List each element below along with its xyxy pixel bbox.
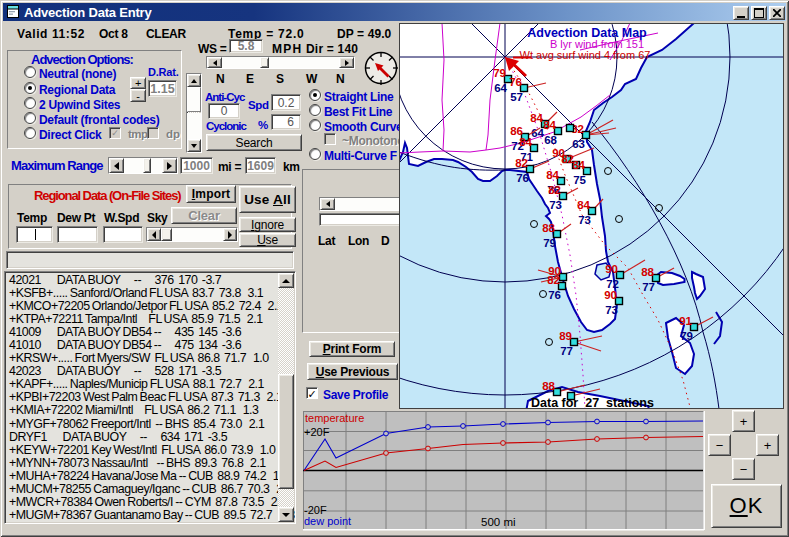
svg-text:76: 76: [548, 289, 561, 301]
svg-text:84: 84: [530, 112, 543, 124]
svg-text:84: 84: [543, 119, 556, 131]
svg-text:76: 76: [509, 76, 522, 88]
svg-text:82: 82: [515, 157, 528, 169]
svg-text:88: 88: [542, 380, 555, 392]
svg-text:Data for 27 stations: Data for 27 stations: [531, 396, 654, 409]
svg-text:88: 88: [542, 222, 555, 234]
svg-text:84: 84: [577, 199, 590, 211]
svg-text:77: 77: [560, 345, 573, 357]
svg-text:79: 79: [680, 330, 693, 342]
svg-text:63: 63: [572, 138, 585, 150]
svg-text:90: 90: [605, 263, 618, 275]
svg-text:temperature: temperature: [305, 412, 364, 424]
svg-text:dew point: dew point: [304, 515, 351, 527]
svg-text:64: 64: [494, 82, 507, 94]
svg-text:73: 73: [605, 304, 618, 316]
svg-text:68: 68: [544, 134, 557, 146]
svg-text:77: 77: [642, 281, 655, 293]
svg-text:+20F: +20F: [304, 426, 330, 438]
svg-text:84: 84: [519, 136, 532, 148]
svg-text:75: 75: [573, 174, 586, 186]
svg-text:-20F: -20F: [304, 504, 327, 516]
svg-text:84: 84: [572, 159, 585, 171]
svg-text:88: 88: [641, 266, 654, 278]
svg-text:79: 79: [493, 67, 506, 79]
svg-text:57: 57: [510, 91, 523, 103]
svg-text:89: 89: [559, 330, 572, 342]
svg-text:82: 82: [547, 274, 560, 286]
svg-text:82: 82: [548, 184, 561, 196]
svg-text:91: 91: [679, 315, 692, 327]
svg-text:500 mi: 500 mi: [481, 516, 516, 528]
svg-text:79: 79: [543, 237, 556, 249]
svg-text:76: 76: [516, 172, 529, 184]
svg-text:73: 73: [549, 199, 562, 211]
svg-text:84: 84: [546, 169, 559, 181]
svg-text:90: 90: [604, 289, 617, 301]
svg-text:73: 73: [578, 214, 591, 226]
svg-text:Wt avg surf wind 4 from 67: Wt avg surf wind 4 from 67: [520, 49, 651, 61]
